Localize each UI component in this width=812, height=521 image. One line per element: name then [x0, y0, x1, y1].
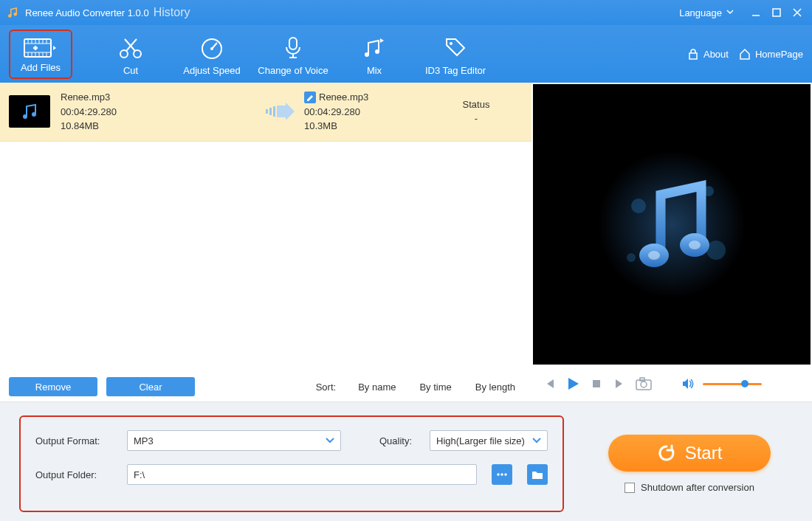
browse-folder-button[interactable]: [492, 464, 512, 485]
source-duration: 00:04:29.280: [61, 105, 260, 120]
sort-by-name[interactable]: By name: [358, 382, 396, 393]
app-logo-icon: [6, 6, 19, 19]
change-voice-label: Change of Voice: [252, 65, 334, 76]
play-button[interactable]: [564, 375, 582, 393]
quality-value: High(Larger file size): [436, 435, 525, 446]
clear-button[interactable]: Clear: [106, 377, 195, 396]
status-label: Status: [430, 97, 523, 112]
svg-point-35: [631, 199, 646, 213]
lock-icon: [687, 48, 699, 60]
start-label: Start: [685, 443, 723, 463]
close-button[interactable]: [787, 2, 808, 23]
edit-icon[interactable]: [304, 92, 316, 103]
about-link[interactable]: About: [687, 48, 729, 60]
stop-button[interactable]: [588, 375, 605, 393]
svg-point-26: [450, 42, 453, 45]
add-files-label: Add Files: [10, 62, 71, 73]
source-info: Renee.mp3 00:04:29.280 10.84MB: [61, 90, 260, 134]
source-size: 10.84MB: [61, 119, 260, 134]
output-folder-input[interactable]: F:\: [127, 464, 477, 485]
shutdown-checkbox[interactable]: [625, 483, 635, 493]
add-files-button[interactable]: Add Files: [9, 30, 72, 79]
start-column: Start Shutdown after conversion: [586, 415, 793, 512]
open-folder-button[interactable]: [527, 464, 548, 485]
preview-panel: [531, 83, 812, 401]
svg-point-45: [641, 382, 647, 387]
adjust-speed-button[interactable]: Adjust Speed: [171, 32, 252, 76]
svg-point-25: [375, 49, 379, 54]
homepage-label: HomePage: [755, 49, 803, 60]
microphone-icon: [280, 35, 306, 59]
app-title: Renee Audio Converter 1.0.0: [25, 7, 149, 18]
homepage-link[interactable]: HomePage: [739, 48, 803, 60]
cut-label: Cut: [90, 65, 171, 76]
shutdown-option[interactable]: Shutdown after conversion: [625, 482, 754, 493]
home-icon: [739, 48, 751, 60]
output-folder-label: Output Folder:: [35, 469, 117, 480]
snapshot-button[interactable]: [635, 375, 653, 393]
filmstrip-add-icon: [24, 37, 58, 59]
change-voice-button[interactable]: Change of Voice: [252, 32, 334, 76]
svg-rect-32: [273, 106, 275, 117]
id3-label: ID3 Tag Editor: [415, 65, 496, 76]
refresh-icon: [657, 444, 676, 463]
svg-rect-31: [269, 108, 272, 115]
volume-slider[interactable]: [703, 383, 762, 385]
status-column: Status -: [430, 97, 523, 126]
ellipsis-icon: [496, 471, 508, 478]
destination-size: 10.3MB: [304, 119, 430, 134]
gauge-icon: [199, 35, 225, 59]
destination-duration: 00:04:29.280: [304, 105, 430, 120]
chevron-down-icon: [532, 438, 541, 444]
output-format-select[interactable]: MP3: [127, 430, 341, 451]
mix-label: Mix: [334, 65, 415, 76]
svg-point-22: [210, 47, 213, 50]
output-settings: Output Format: MP3 Quality: High(Larger …: [19, 415, 564, 512]
destination-info: Renee.mp3 00:04:29.280 10.3MB: [304, 90, 430, 134]
cut-button[interactable]: Cut: [90, 32, 171, 76]
output-format-value: MP3: [134, 435, 154, 446]
chevron-down-icon: [726, 10, 734, 15]
sort-by-length[interactable]: By length: [475, 382, 515, 393]
svg-point-48: [500, 473, 503, 475]
file-row[interactable]: Renee.mp3 00:04:29.280 10.84MB Renee.mp3…: [0, 83, 531, 142]
svg-point-37: [706, 241, 726, 260]
svg-point-20: [134, 50, 141, 58]
convert-arrow-icon: [260, 101, 304, 122]
start-button[interactable]: Start: [608, 435, 771, 472]
toolbar: Add Files Cut Adjust Speed Change of Voi…: [0, 25, 812, 83]
file-thumbnail: [9, 95, 50, 128]
tag-icon: [442, 35, 469, 59]
maximize-button[interactable]: [766, 2, 787, 23]
file-panel: Renee.mp3 00:04:29.280 10.84MB Renee.mp3…: [0, 83, 531, 401]
prev-track-button[interactable]: [540, 375, 558, 393]
language-menu[interactable]: Language: [679, 7, 734, 18]
svg-point-42: [689, 241, 701, 249]
mix-button[interactable]: Mix: [334, 32, 415, 76]
remove-button[interactable]: Remove: [9, 377, 97, 396]
status-value: -: [430, 111, 523, 126]
adjust-speed-label: Adjust Speed: [171, 65, 252, 76]
language-label: Language: [679, 7, 722, 18]
svg-rect-34: [598, 151, 746, 298]
svg-rect-46: [640, 378, 644, 381]
svg-point-28: [23, 114, 27, 119]
svg-point-38: [627, 253, 636, 262]
next-track-button[interactable]: [611, 375, 629, 393]
list-actions: Remove Clear Sort: By name By time By le…: [0, 372, 531, 401]
mix-icon: [361, 35, 388, 59]
quality-select[interactable]: High(Larger file size): [430, 430, 548, 451]
scissors-icon: [117, 35, 144, 59]
destination-filename: Renee.mp3: [319, 90, 368, 105]
chevron-down-icon: [326, 438, 334, 444]
volume-icon[interactable]: [679, 375, 697, 393]
sort-by-time[interactable]: By time: [419, 382, 451, 393]
minimize-button[interactable]: [746, 2, 766, 23]
music-thumb-icon: [18, 100, 41, 123]
history-link[interactable]: History: [154, 6, 190, 19]
svg-point-0: [8, 14, 12, 18]
id3-tag-editor-button[interactable]: ID3 Tag Editor: [415, 32, 496, 76]
output-format-label: Output Format:: [35, 435, 117, 446]
svg-rect-27: [689, 53, 697, 59]
svg-point-47: [497, 473, 499, 475]
